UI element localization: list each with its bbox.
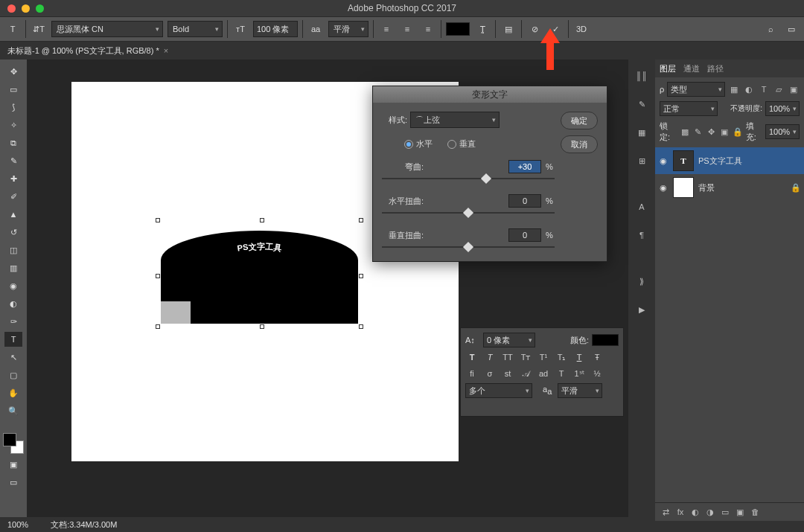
- ok-button[interactable]: 确定: [561, 112, 598, 129]
- blur-tool[interactable]: ◉: [4, 278, 22, 293]
- crop-tool[interactable]: ⧉: [4, 135, 22, 150]
- filter-adjust-icon[interactable]: ◐: [743, 83, 755, 95]
- trash-icon[interactable]: 🗑: [749, 506, 761, 518]
- font-family-dropdown[interactable]: 思源黑体 CN: [51, 21, 163, 37]
- new-layer-icon[interactable]: ▣: [734, 506, 746, 518]
- grid-panel-icon[interactable]: ⊞: [633, 152, 651, 170]
- subscript-icon[interactable]: T₁: [555, 350, 568, 364]
- 3d-icon[interactable]: 3D: [573, 21, 590, 37]
- vdist-input[interactable]: 0: [508, 228, 541, 242]
- orientation-vertical[interactable]: 垂直: [447, 138, 476, 150]
- lock-transparent-icon[interactable]: ▩: [679, 126, 690, 138]
- bend-input[interactable]: +30: [508, 160, 541, 173]
- history-brush-tool[interactable]: ↺: [4, 225, 22, 240]
- eyedropper-tool[interactable]: ✎: [4, 153, 22, 168]
- cancel-button[interactable]: 取消: [561, 135, 598, 153]
- tab-paths[interactable]: 路径: [707, 63, 724, 74]
- blend-mode-dropdown[interactable]: 正常: [660, 101, 718, 116]
- superscript-icon[interactable]: T¹: [537, 350, 550, 364]
- text-orientation-icon[interactable]: ⇵T: [31, 21, 47, 37]
- fill-input[interactable]: 100%: [765, 124, 800, 139]
- brushes-panel-icon[interactable]: ║║: [633, 67, 651, 85]
- cancel-icon[interactable]: ⊘: [526, 21, 543, 37]
- group-icon[interactable]: ▭: [719, 506, 731, 518]
- warp-style-dropdown[interactable]: ⌒ 上弦: [410, 112, 500, 128]
- visibility-icon[interactable]: ◉: [658, 156, 669, 166]
- filter-smart-icon[interactable]: ▣: [788, 83, 800, 95]
- layer-text[interactable]: ◉ T PS文字工具: [655, 147, 804, 174]
- filter-shape-icon[interactable]: ▱: [773, 83, 785, 95]
- mask-icon[interactable]: ◐: [689, 506, 701, 518]
- hand-tool[interactable]: ✋: [4, 385, 22, 400]
- align-right-icon[interactable]: ≡: [420, 21, 436, 37]
- character-panel[interactable]: A↕0 像素颜色: T T TT Tᴛ T¹ T₁ T Ŧ fi σ st 𝒜 …: [460, 327, 624, 417]
- brush-preset-icon[interactable]: ✎: [633, 95, 651, 113]
- visibility-icon[interactable]: ◉: [658, 183, 669, 193]
- type-tool[interactable]: T: [4, 332, 22, 347]
- opacity-input[interactable]: 100%: [765, 101, 800, 116]
- align-left-icon[interactable]: ≡: [378, 21, 395, 37]
- quickmask-tool[interactable]: ▣: [4, 457, 22, 472]
- text-bounding-box[interactable]: PS文字工具: [161, 223, 358, 324]
- document-tab[interactable]: 未标题-1 @ 100% (PS文字工具, RGB/8) *: [7, 45, 159, 57]
- pen-tool[interactable]: ✑: [4, 314, 22, 329]
- dodge-tool[interactable]: ◐: [4, 296, 22, 311]
- adjustment-icon[interactable]: ◑: [704, 506, 716, 518]
- italic-icon[interactable]: T: [483, 350, 497, 364]
- paragraph-tab-icon[interactable]: ¶: [633, 226, 651, 244]
- smallcaps-icon[interactable]: Tᴛ: [519, 350, 532, 364]
- search-icon[interactable]: ⌕: [762, 21, 779, 37]
- filter-pixel-icon[interactable]: ▦: [728, 83, 740, 95]
- ligature-icon[interactable]: fi: [465, 367, 479, 380]
- underline-icon[interactable]: T: [572, 350, 586, 364]
- workspace-icon[interactable]: ▭: [783, 21, 800, 37]
- swatches-panel-icon[interactable]: ▦: [633, 124, 651, 141]
- glyphs-icon[interactable]: ⟫: [633, 272, 651, 290]
- screenmode-tool[interactable]: ▭: [4, 475, 22, 490]
- tab-channels[interactable]: 通道: [683, 63, 700, 74]
- lock-pixels-icon[interactable]: ✎: [692, 126, 704, 138]
- layer-kind-dropdown[interactable]: 类型: [667, 82, 725, 97]
- hdist-input[interactable]: 0: [508, 194, 541, 208]
- bend-slider[interactable]: [382, 173, 555, 184]
- font-weight-dropdown[interactable]: Bold: [168, 21, 223, 37]
- stamp-tool[interactable]: ▲: [4, 207, 22, 222]
- lock-all-icon[interactable]: 🔒: [733, 126, 744, 138]
- shape-tool[interactable]: ▢: [4, 368, 22, 382]
- tab-layers[interactable]: 图层: [660, 63, 676, 74]
- fx-icon[interactable]: fx: [674, 506, 686, 518]
- healing-tool[interactable]: ✚: [4, 171, 22, 186]
- character-panel-icon[interactable]: ▤: [500, 21, 517, 37]
- lock-position-icon[interactable]: ✥: [706, 126, 717, 138]
- eraser-tool[interactable]: ◫: [4, 243, 22, 257]
- lasso-tool[interactable]: ⟆: [4, 100, 22, 115]
- antialias-dropdown[interactable]: 平滑: [328, 21, 368, 37]
- commit-icon[interactable]: ✓: [547, 21, 564, 37]
- character-tab-icon[interactable]: A: [633, 198, 651, 216]
- close-tab-icon[interactable]: ×: [164, 46, 168, 55]
- wand-tool[interactable]: ✧: [4, 118, 22, 132]
- font-size-input[interactable]: 100 像素: [253, 21, 298, 37]
- play-icon[interactable]: ▶: [633, 301, 651, 318]
- marquee-tool[interactable]: ▭: [4, 82, 22, 97]
- orientation-horizontal[interactable]: 水平: [404, 138, 433, 150]
- path-tool[interactable]: ↖: [4, 350, 22, 365]
- layer-background[interactable]: ◉ 背景 🔒: [655, 174, 804, 201]
- strikethrough-icon[interactable]: Ŧ: [590, 350, 604, 364]
- move-tool[interactable]: ✥: [4, 64, 22, 79]
- filter-type-icon[interactable]: T: [758, 83, 770, 95]
- allcaps-icon[interactable]: TT: [501, 350, 514, 364]
- warp-text-icon[interactable]: T̰: [474, 21, 491, 37]
- hdist-slider[interactable]: [382, 208, 555, 218]
- gradient-tool[interactable]: ▥: [4, 260, 22, 275]
- zoom-tool[interactable]: 🔍: [4, 403, 22, 418]
- vdist-slider[interactable]: [382, 242, 555, 252]
- color-swatches[interactable]: [3, 433, 24, 454]
- bold-icon[interactable]: T: [465, 350, 479, 364]
- align-center-icon[interactable]: ≡: [399, 21, 415, 37]
- brush-tool[interactable]: ✐: [4, 189, 22, 204]
- link-layers-icon[interactable]: ⇄: [660, 506, 671, 518]
- zoom-level[interactable]: 100%: [7, 520, 28, 529]
- lock-artboard-icon[interactable]: ▣: [719, 126, 730, 138]
- text-color-swatch[interactable]: [446, 22, 470, 36]
